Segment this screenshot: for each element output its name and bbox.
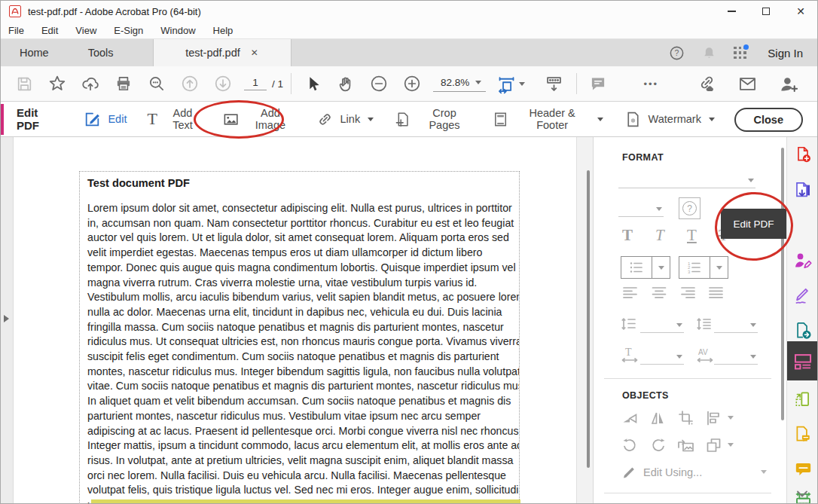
document-text-block[interactable]: Test document PDF Lorem ipsum dolor sit … (79, 171, 520, 504)
paragraph-spacing-dropdown[interactable] (714, 318, 758, 333)
document-text-line: suscipit felis eget condimentum. Cum soc… (87, 350, 511, 365)
font-size-dropdown[interactable] (618, 202, 664, 217)
arrange-objects-button[interactable] (705, 437, 723, 454)
close-edit-pdf-button[interactable]: Close (734, 108, 804, 132)
document-text-line: in, accumsan non quam. Nam consectetur p… (87, 216, 511, 231)
crop-object-button[interactable] (678, 410, 694, 426)
align-justify-button[interactable] (707, 286, 724, 299)
close-window-button[interactable]: ✕ (783, 0, 818, 23)
align-center-button[interactable] (651, 286, 667, 299)
previous-page-button[interactable] (176, 70, 203, 97)
edit-pdf-accent-bar (0, 104, 4, 135)
print-button[interactable] (110, 70, 137, 97)
fill-sign-tool[interactable] (787, 277, 818, 312)
create-pdf-tool[interactable] (787, 137, 818, 172)
export-share-tool[interactable] (787, 313, 818, 347)
document-scrollbar[interactable] (576, 137, 593, 504)
zoom-in-button[interactable] (398, 70, 426, 97)
menu-item[interactable]: Edit (41, 25, 58, 36)
comment-tool[interactable] (787, 451, 818, 486)
send-email-button[interactable] (734, 71, 761, 98)
star-favorite-button[interactable] (44, 70, 71, 97)
menu-item[interactable]: File (8, 25, 24, 36)
apps-grid-icon[interactable] (734, 47, 746, 60)
share-cloud-button[interactable] (77, 70, 104, 97)
align-right-button[interactable] (679, 286, 696, 299)
zoom-level-control[interactable]: 82.8% (433, 75, 486, 92)
next-page-button[interactable] (209, 70, 237, 97)
bulleted-list-control[interactable] (621, 256, 670, 279)
page-display-button[interactable] (540, 70, 567, 97)
numbered-list-dropdown[interactable] (710, 257, 728, 278)
link-cloud-icon (697, 74, 717, 94)
character-spacing-dropdown[interactable] (714, 350, 758, 365)
minimize-button[interactable] (714, 0, 749, 23)
edit-tool-button[interactable]: Edit (83, 110, 127, 129)
page-number-input[interactable]: 1 (244, 77, 267, 90)
menu-item[interactable]: Window (160, 25, 195, 36)
watermark-button[interactable]: Watermark (624, 110, 715, 129)
edit-using-dropdown[interactable] (761, 470, 767, 474)
nav-tab[interactable]: Tools (69, 39, 133, 66)
save-button[interactable] (11, 70, 38, 97)
horizontal-scale-dropdown[interactable] (640, 350, 684, 365)
flip-vertical-button[interactable] (621, 410, 639, 426)
header-footer-button[interactable]: Header & Footer (492, 107, 603, 131)
scrollbar-thumb[interactable] (587, 170, 590, 468)
add-text-button[interactable]: T Add Text (147, 107, 202, 131)
bulleted-list-dropdown[interactable] (652, 257, 670, 278)
zoom-out-button[interactable] (365, 70, 392, 97)
flip-horizontal-button[interactable] (649, 410, 667, 426)
align-objects-button[interactable] (705, 410, 723, 426)
underline-button[interactable]: T (687, 226, 697, 245)
align-left-button[interactable] (622, 286, 639, 299)
comment-button[interactable] (585, 70, 612, 97)
numbered-list-icon[interactable]: 123 (679, 257, 710, 278)
notifications-bell-icon[interactable] (701, 45, 717, 61)
menu-item[interactable]: Help (213, 25, 233, 36)
rotate-counterclockwise-button[interactable] (621, 437, 639, 454)
help-icon[interactable]: ? (669, 45, 685, 61)
edit-using-button[interactable]: Edit Using... (643, 466, 702, 478)
link-button[interactable]: Link (316, 110, 374, 129)
document-page[interactable]: Test document PDF Lorem ipsum dolor sit … (14, 137, 576, 504)
bulleted-list-icon[interactable] (621, 257, 652, 278)
request-signature-button[interactable] (774, 71, 801, 98)
nav-tab[interactable]: Home (0, 39, 69, 66)
replace-image-button[interactable] (676, 437, 696, 454)
help-icon: ? (682, 201, 697, 215)
request-signatures-tool[interactable] (787, 243, 818, 277)
panel-scrollbar-thumb[interactable] (781, 148, 784, 420)
format-help-button[interactable]: ? (679, 197, 700, 219)
bold-button[interactable]: T (622, 226, 633, 245)
select-tool-button[interactable] (299, 70, 326, 97)
sign-in-button[interactable]: Sign In (763, 47, 803, 60)
font-family-dropdown[interactable] (618, 173, 755, 188)
rotate-clockwise-button[interactable] (649, 437, 667, 454)
document-tab-label: test-pdf.pdf (185, 47, 240, 59)
comment-document-tool[interactable] (787, 417, 818, 451)
export-pdf-tool[interactable] (787, 173, 818, 207)
rail-more-tools[interactable] (786, 484, 818, 504)
maximize-button[interactable] (749, 0, 783, 23)
line-spacing-dropdown[interactable] (640, 318, 684, 333)
add-image-button[interactable]: Add Image (222, 107, 295, 131)
fit-width-button[interactable] (493, 70, 528, 97)
hand-tool-button[interactable] (332, 70, 359, 97)
italic-button[interactable]: T (655, 226, 664, 245)
align-objects-dropdown[interactable] (728, 416, 734, 420)
more-tools-button[interactable]: ••• (637, 70, 664, 97)
edit-pdf-tool-icon-holder[interactable] (787, 344, 818, 379)
close-tab-icon[interactable]: ✕ (251, 47, 258, 58)
document-tab[interactable]: test-pdf.pdf ✕ (153, 39, 291, 66)
document-text-line: Integer mattis, ipsum a tincidunt commod… (87, 438, 511, 454)
numbered-list-control[interactable]: 123 (679, 256, 728, 279)
menu-item[interactable]: E-Sign (114, 25, 143, 36)
search-button[interactable] (143, 70, 170, 97)
share-link-button[interactable] (693, 71, 720, 98)
expand-left-panel-icon[interactable] (4, 315, 9, 322)
arrange-objects-dropdown[interactable] (728, 443, 734, 447)
crop-pages-button[interactable]: Crop Pages (394, 107, 471, 131)
menu-item[interactable]: View (75, 25, 96, 36)
crop-pages-tool[interactable] (787, 382, 818, 417)
